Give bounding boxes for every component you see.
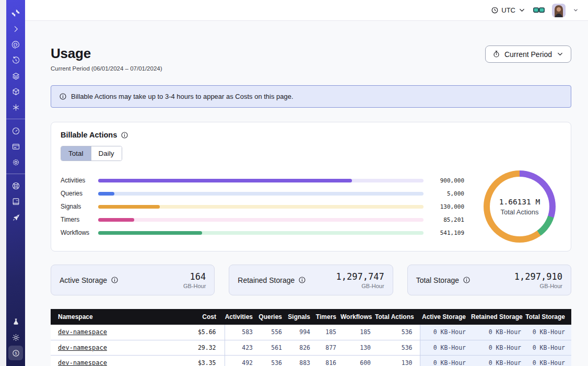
- cell-namespace: dev-namespace: [51, 340, 172, 355]
- temporal-logo-icon[interactable]: [8, 6, 23, 20]
- cell-signals: 994: [286, 325, 314, 340]
- bar-track: [98, 192, 424, 196]
- column-header-workflows: Workflows: [340, 309, 375, 325]
- tab-daily[interactable]: Daily: [91, 146, 122, 161]
- info-icon[interactable]: [111, 276, 119, 284]
- cell-workflows: 600: [340, 355, 375, 366]
- bar-row-timers: Timers85,201: [61, 213, 464, 226]
- tab-total[interactable]: Total: [61, 146, 91, 161]
- namespace-link[interactable]: dev-namespace: [58, 328, 107, 336]
- theme-sun-icon[interactable]: [8, 330, 23, 345]
- bar-label: Queries: [61, 190, 98, 197]
- chevron-down-icon: [556, 50, 564, 58]
- cell-workflows: 130: [340, 340, 375, 355]
- svg-text:$: $: [15, 351, 17, 356]
- info-icon[interactable]: [463, 276, 471, 284]
- cell-total_storage: 0 KB-Hour: [525, 325, 571, 340]
- avatar[interactable]: [552, 4, 566, 17]
- schedules-icon[interactable]: [8, 53, 23, 67]
- cell-total_actions: 536: [375, 340, 420, 355]
- cell-signals: 883: [286, 355, 314, 366]
- billable-actions-card: Billable Actions TotalDaily Activities90…: [51, 122, 571, 251]
- info-icon[interactable]: [298, 276, 306, 284]
- deployments-cube-icon[interactable]: [8, 84, 23, 99]
- goggles-icon[interactable]: [533, 6, 545, 15]
- page-title: Usage: [51, 45, 162, 62]
- retained-storage-unit: GB-Hour: [336, 283, 384, 289]
- timezone-selector[interactable]: UTC: [491, 6, 526, 14]
- active-storage-label: Active Storage: [60, 276, 107, 284]
- total-storage-label: Total Storage: [416, 276, 460, 284]
- total-storage-card: Total Storage 1,297,910 GB-Hour: [407, 265, 571, 295]
- support-lifebuoy-icon[interactable]: [8, 178, 23, 193]
- storage-summary-row: Active Storage 164 GB-Hour Retained Stor…: [51, 265, 571, 295]
- getting-started-rocket-icon[interactable]: [8, 210, 23, 224]
- column-header-cost: Cost: [172, 309, 225, 325]
- total-storage-unit: GB-Hour: [514, 283, 562, 289]
- bar-label: Timers: [61, 216, 98, 223]
- timezone-label: UTC: [501, 6, 515, 14]
- cell-total_storage: 0 KB-Hour: [525, 355, 571, 366]
- cell-namespace: dev-namespace: [51, 355, 172, 366]
- current-period-label: Current Period: [504, 50, 552, 59]
- cell-retained_storage: 0 KB-Hour: [471, 325, 525, 340]
- cell-timers: 185: [314, 325, 340, 340]
- settings-gear-icon[interactable]: [8, 155, 23, 169]
- namespace-usage-table: NamespaceCostActivitiesQueriesSignalsTim…: [51, 309, 571, 366]
- namespace-link[interactable]: dev-namespace: [58, 359, 107, 366]
- cell-signals: 826: [286, 340, 314, 355]
- billable-actions-title: Billable Actions: [61, 131, 117, 139]
- column-header-timers: Timers: [314, 309, 340, 325]
- bar-track: [98, 218, 424, 222]
- layers-icon[interactable]: [8, 68, 23, 83]
- billable-tabs: TotalDaily: [61, 146, 122, 161]
- namespaces-icon[interactable]: [8, 37, 23, 52]
- bar-label: Activities: [61, 177, 98, 184]
- table-row: dev-namespace29.324235618268771305360 KB…: [51, 340, 571, 355]
- page-subtitle: Current Period (06/01/2024 – 07/01/2024): [51, 65, 162, 72]
- bar-row-workflows: Workflows541,109: [61, 226, 464, 239]
- page-header: Usage Current Period (06/01/2024 – 07/01…: [51, 45, 571, 72]
- bar-row-queries: Queries5,000: [61, 187, 464, 200]
- cell-timers: 877: [314, 340, 340, 355]
- column-header-total_actions: Total Actions: [375, 309, 420, 325]
- nexus-asterisk-icon[interactable]: [8, 100, 23, 115]
- bar-value: 900,000: [424, 177, 464, 184]
- info-banner: Billable Actions may take up to 3-4 hour…: [51, 85, 571, 108]
- total-actions-donut-chart: 1.66131 M Total Actions: [484, 170, 556, 243]
- labs-flask-icon[interactable]: [8, 314, 23, 329]
- bar-fill: [98, 231, 202, 235]
- usage-gauge-icon[interactable]: [8, 123, 23, 138]
- bar-value: 130,000: [424, 203, 464, 210]
- sidebar: $: [6, 0, 25, 366]
- stopwatch-icon: [492, 50, 500, 58]
- cell-active_storage: 0 KB-Hour: [420, 340, 471, 355]
- billable-bar-chart: Activities900,000Queries5,000Signals130,…: [61, 174, 478, 239]
- bar-label: Signals: [61, 203, 98, 210]
- bar-track: [98, 179, 424, 182]
- cell-activities: 583: [225, 325, 257, 340]
- current-period-button[interactable]: Current Period: [485, 45, 571, 63]
- docs-icon[interactable]: [8, 194, 23, 209]
- cell-timers: 816: [314, 355, 340, 366]
- bar-fill: [98, 179, 352, 182]
- billing-card-icon[interactable]: [8, 139, 23, 154]
- table-row: dev-namespace$3.354925368838166001300 KB…: [51, 355, 571, 366]
- clock-icon: [491, 6, 499, 14]
- namespace-link[interactable]: dev-namespace: [58, 344, 107, 351]
- info-banner-text: Billable Actions may take up to 3-4 hour…: [71, 93, 293, 100]
- main-content: Usage Current Period (06/01/2024 – 07/01…: [25, 21, 588, 366]
- retained-storage-value: 1,297,747: [336, 271, 384, 282]
- active-storage-value: 164: [183, 271, 206, 282]
- cell-workflows: 185: [340, 325, 375, 340]
- info-icon[interactable]: [121, 131, 128, 139]
- expand-chevron-icon[interactable]: [8, 21, 23, 36]
- cell-cost: $5.66: [172, 325, 225, 340]
- retained-storage-label: Retained Storage: [238, 276, 295, 284]
- usage-dollar-icon[interactable]: $: [8, 346, 23, 360]
- cell-retained_storage: 0 KB-Hour: [471, 340, 525, 355]
- account-chevron-down-icon[interactable]: [573, 7, 579, 13]
- active-storage-card: Active Storage 164 GB-Hour: [51, 265, 215, 295]
- cell-queries: 561: [257, 340, 286, 355]
- table-header-row: NamespaceCostActivitiesQueriesSignalsTim…: [51, 309, 571, 325]
